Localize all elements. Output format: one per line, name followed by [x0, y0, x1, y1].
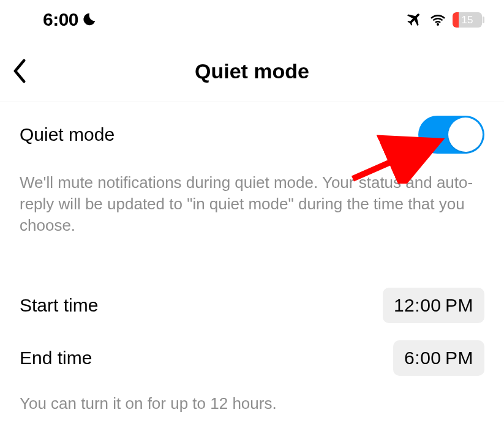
status-bar: 6:00 15 [0, 0, 504, 37]
quiet-mode-toggle[interactable] [418, 116, 484, 154]
wifi-icon [429, 12, 446, 27]
moon-icon [81, 12, 97, 28]
start-time-row: Start time 12:00 PM [20, 279, 484, 332]
start-time-picker[interactable]: 12:00 PM [383, 288, 484, 323]
chevron-left-icon [11, 59, 28, 83]
quiet-mode-row: Quiet mode [20, 102, 484, 161]
content: Quiet mode We'll mute notifications duri… [0, 102, 504, 413]
duration-footnote: You can turn it on for up to 12 hours. [20, 384, 484, 413]
end-time-label: End time [20, 348, 92, 368]
page-title: Quiet mode [195, 59, 309, 83]
back-button[interactable] [7, 55, 32, 87]
airplane-icon [405, 10, 423, 29]
quiet-mode-description: We'll mute notifications during quiet mo… [20, 161, 484, 242]
toggle-knob [448, 118, 483, 152]
end-time-row: End time 6:00 PM [20, 332, 484, 384]
battery-indicator: 15 [453, 12, 484, 28]
nav-header: Quiet mode [0, 37, 504, 102]
quiet-mode-label: Quiet mode [20, 124, 115, 145]
end-time-picker[interactable]: 6:00 PM [393, 340, 484, 376]
status-time: 6:00 [43, 9, 78, 30]
status-left: 6:00 [43, 9, 97, 30]
status-right: 15 [405, 10, 484, 29]
start-time-label: Start time [20, 295, 98, 316]
battery-percent: 15 [453, 12, 482, 28]
